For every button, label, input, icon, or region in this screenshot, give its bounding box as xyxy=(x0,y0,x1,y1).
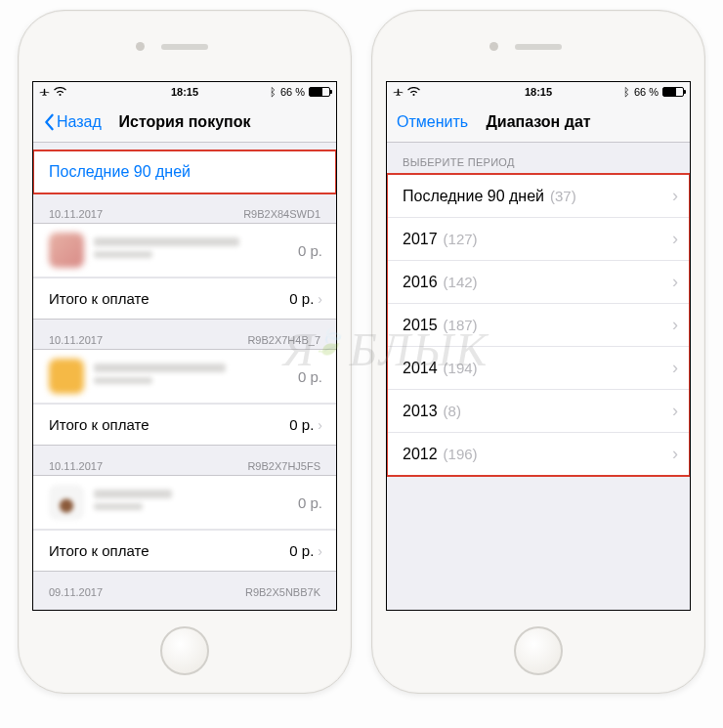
chevron-right-icon: › xyxy=(672,186,678,206)
date-range-filter-row[interactable]: Последние 90 дней xyxy=(33,150,336,193)
date-range-option[interactable]: 2014(194)› xyxy=(387,347,690,390)
purchase-item[interactable]: 0 р. xyxy=(33,224,336,278)
page-title: История покупок xyxy=(119,113,251,131)
status-bar: 18:15 ᛒ 66 % xyxy=(33,82,336,102)
nav-bar-left: Назад История покупок xyxy=(33,102,336,143)
order-id: R9B2X7H4B_7 xyxy=(247,334,320,346)
status-time: 18:15 xyxy=(525,86,552,98)
purchase-section: 10.11.2017 R9B2X84SWD1 0 р. xyxy=(33,205,336,320)
chevron-left-icon xyxy=(43,113,55,131)
nav-bar-right: Отменить Диапазон дат xyxy=(387,102,690,143)
battery-icon xyxy=(662,87,684,97)
purchase-item[interactable]: 0 р. xyxy=(33,476,336,530)
date-range-option[interactable]: 2012(196)› xyxy=(387,433,690,475)
screen-left: 18:15 ᛒ 66 % Назад История покупок После… xyxy=(32,81,337,611)
order-id: R9B2X5NBB7K xyxy=(245,586,320,598)
purchase-section: 09.11.2017 R9B2X5NBB7K xyxy=(33,583,336,601)
airplane-mode-icon xyxy=(393,87,404,98)
battery-percent: 66 % xyxy=(280,86,305,98)
total-row[interactable]: Итого к оплате 0 р.› xyxy=(33,278,336,319)
chevron-right-icon: › xyxy=(672,272,678,292)
total-row[interactable]: Итого к оплате 0 р.› xyxy=(33,404,336,445)
purchase-section: 10.11.2017 R9B2X7H4B_7 0 р. xyxy=(33,331,336,446)
battery-icon xyxy=(309,87,330,97)
order-id: R9B2X7HJ5FS xyxy=(247,460,320,472)
back-button[interactable]: Назад xyxy=(43,113,102,131)
date-range-option[interactable]: Последние 90 дней(37)› xyxy=(387,175,690,218)
item-price: 0 р. xyxy=(298,242,322,259)
chevron-right-icon: › xyxy=(672,229,678,249)
date-range-option[interactable]: 2015(187)› xyxy=(387,304,690,347)
chevron-right-icon: › xyxy=(318,291,322,307)
purchase-date: 10.11.2017 xyxy=(49,208,103,220)
phone-right: 18:15 ᛒ 66 % Отменить Диапазон дат ВЫБЕР… xyxy=(371,10,705,694)
home-button[interactable] xyxy=(160,626,209,675)
purchase-section: 10.11.2017 R9B2X7HJ5FS 0 р. xyxy=(33,457,336,572)
phone-left: 18:15 ᛒ 66 % Назад История покупок После… xyxy=(18,10,352,694)
order-id: R9B2X84SWD1 xyxy=(243,208,320,220)
page-title: Диапазон дат xyxy=(486,113,590,131)
battery-percent: 66 % xyxy=(634,86,659,98)
chevron-right-icon: › xyxy=(318,543,322,559)
section-caption: ВЫБЕРИТЕ ПЕРИОД xyxy=(387,143,690,174)
wifi-icon xyxy=(407,87,420,97)
bluetooth-icon: ᛒ xyxy=(270,86,276,98)
purchase-date: 10.11.2017 xyxy=(49,334,103,346)
date-range-option[interactable]: 2013(8)› xyxy=(387,390,690,433)
status-time: 18:15 xyxy=(171,86,198,98)
chevron-right-icon: › xyxy=(672,315,678,335)
screen-right: 18:15 ᛒ 66 % Отменить Диапазон дат ВЫБЕР… xyxy=(386,81,691,611)
purchase-item[interactable]: 0 р. xyxy=(33,350,336,404)
date-range-option[interactable]: 2017(127)› xyxy=(387,218,690,261)
bluetooth-icon: ᛒ xyxy=(623,86,630,98)
wifi-icon xyxy=(54,87,66,97)
status-bar: 18:15 ᛒ 66 % xyxy=(387,82,690,102)
chevron-right-icon: › xyxy=(672,444,678,464)
chevron-right-icon: › xyxy=(672,401,678,421)
airplane-mode-icon xyxy=(39,87,50,98)
cancel-button[interactable]: Отменить xyxy=(397,113,468,131)
date-range-options: Последние 90 дней(37)› 2017(127)› 2016(1… xyxy=(387,174,690,476)
purchase-date: 10.11.2017 xyxy=(49,460,103,472)
app-icon xyxy=(49,485,84,520)
item-price: 0 р. xyxy=(298,494,322,511)
date-range-option[interactable]: 2016(142)› xyxy=(387,261,690,304)
total-row[interactable]: Итого к оплате 0 р.› xyxy=(33,530,336,571)
item-price: 0 р. xyxy=(298,368,322,385)
home-button[interactable] xyxy=(514,626,563,675)
chevron-right-icon: › xyxy=(672,358,678,378)
purchase-date: 09.11.2017 xyxy=(49,586,103,598)
app-icon xyxy=(49,359,84,394)
app-icon xyxy=(49,233,84,268)
chevron-right-icon: › xyxy=(318,417,322,433)
